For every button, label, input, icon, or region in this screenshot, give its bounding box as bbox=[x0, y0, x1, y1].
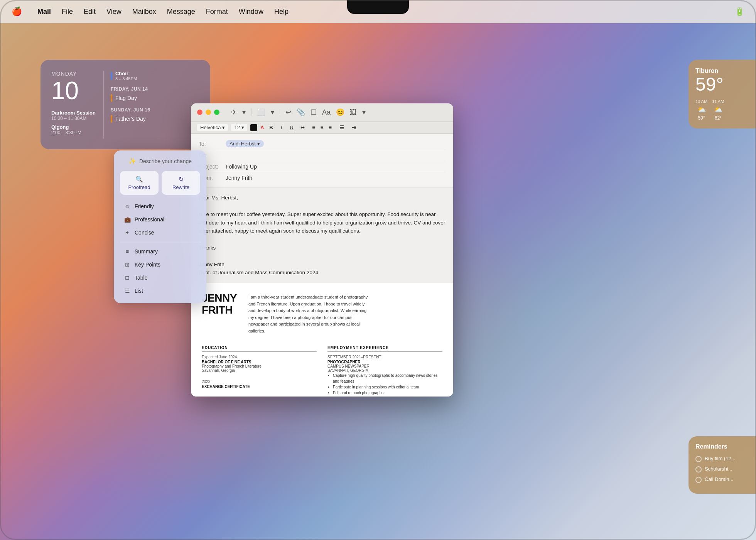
menubar-file[interactable]: File bbox=[57, 6, 78, 17]
weather-hour-2-label: 11 AM bbox=[712, 99, 724, 104]
wt-action-buttons: 🔍 Proofread ↻ Rewrite bbox=[120, 171, 200, 195]
mail-signature-title: Dept. of Journalism and Mass Communicati… bbox=[199, 268, 446, 277]
attachment-icon[interactable]: 📎 bbox=[297, 108, 305, 116]
toolbar-sep-2 bbox=[280, 108, 280, 116]
menubar-help[interactable]: Help bbox=[270, 6, 293, 17]
apple-menu-icon[interactable]: 🍎 bbox=[12, 7, 22, 17]
wt-sparkle-icon: ✨ bbox=[128, 157, 136, 165]
cal-flagday-event: Flag Day bbox=[111, 94, 199, 102]
rewrite-icon: ↻ bbox=[179, 176, 184, 183]
wt-item-list[interactable]: ☰ List bbox=[120, 285, 200, 297]
table-label: Table bbox=[135, 275, 147, 281]
align-group: ≡ ≡ ≡ bbox=[310, 124, 334, 131]
font-color-icon[interactable]: A bbox=[260, 125, 264, 130]
professional-label: Professional bbox=[135, 216, 164, 223]
to-field: To: Andi Herbst ▾ bbox=[199, 138, 446, 150]
weather-widget: Tiburon 59° 10 AM ⛅ 59° 11 AM ⛅ 62° bbox=[688, 60, 756, 128]
underline-button[interactable]: U bbox=[287, 124, 295, 131]
menubar-items: Mail File Edit View Mailbox Message Form… bbox=[33, 6, 293, 17]
subject-value[interactable]: Following Up bbox=[226, 164, 257, 170]
from-field: From: Jenny Frith bbox=[199, 172, 446, 183]
wt-header: ✨ Describe your change bbox=[120, 157, 200, 165]
undo-icon[interactable]: ↩ bbox=[285, 108, 291, 116]
indent-button[interactable]: ⇥ bbox=[349, 124, 358, 131]
wt-item-friendly[interactable]: ☺ Friendly bbox=[120, 200, 200, 213]
resume-edu-1-degree: BACHELOR OF FINE ARTS bbox=[202, 360, 317, 364]
recipient-name: Andi Herbst bbox=[230, 141, 256, 147]
font-selector[interactable]: Helvetica ▾ bbox=[197, 124, 228, 131]
friendly-label: Friendly bbox=[135, 203, 154, 209]
menubar-message[interactable]: Message bbox=[162, 6, 200, 17]
minimize-button[interactable] bbox=[206, 110, 211, 115]
weather-hour-1-icon: ⛅ bbox=[697, 105, 706, 114]
photo-icon[interactable]: ☐ bbox=[310, 108, 317, 116]
wt-item-concise[interactable]: ✦ Concise bbox=[120, 226, 200, 239]
cal-day-label: MONDAY bbox=[51, 71, 96, 77]
send-icon[interactable]: ✈ bbox=[231, 108, 237, 116]
weather-hour-1-label: 10 AM bbox=[695, 99, 707, 104]
maximize-button[interactable] bbox=[214, 110, 219, 115]
calendar-right: Choir 8 – 8:45PM FRIDAY, JUN 14 Flag Day… bbox=[103, 71, 199, 138]
menubar-app-name[interactable]: Mail bbox=[33, 6, 56, 17]
wt-item-table[interactable]: ⊟ Table bbox=[120, 272, 200, 284]
emoji-icon[interactable]: 😊 bbox=[336, 108, 344, 116]
resume-bullet-1: Capture high-quality photographs to acco… bbox=[333, 373, 442, 384]
summary-label: Summary bbox=[135, 248, 158, 255]
list-label: List bbox=[135, 288, 143, 294]
notch bbox=[347, 0, 409, 14]
recipient-chip[interactable]: Andi Herbst ▾ bbox=[226, 140, 264, 147]
font-icon[interactable]: Aa bbox=[322, 108, 331, 116]
wt-item-professional[interactable]: 💼 Professional bbox=[120, 213, 200, 226]
resume-edu-1-date: Expected June 2024 bbox=[202, 355, 317, 359]
proofread-button[interactable]: 🔍 Proofread bbox=[120, 171, 159, 195]
align-left-button[interactable]: ≡ bbox=[310, 124, 317, 131]
resume-employment-col: EMPLOYMENT EXPERIENCE SEPTEMBER 2021–PRE… bbox=[327, 346, 442, 397]
cal-event-1-title: Darkroom Session bbox=[51, 110, 96, 116]
align-right-button[interactable]: ≡ bbox=[327, 124, 334, 131]
menubar-window[interactable]: Window bbox=[234, 6, 268, 17]
wt-item-summary[interactable]: ≡ Summary bbox=[120, 245, 200, 258]
from-field-dropdown[interactable]: ▾ bbox=[271, 108, 274, 116]
weather-hour-2-temp: 62° bbox=[715, 115, 722, 121]
weather-hour-2: 11 AM ⛅ 62° bbox=[712, 99, 724, 121]
mail-body-text[interactable]: Dear Ms. Herbst, Nice to meet you for co… bbox=[191, 187, 453, 283]
italic-button[interactable]: I bbox=[278, 124, 285, 131]
cal-date: 10 bbox=[51, 78, 96, 103]
cal-section-fri: FRIDAY, JUN 14 Flag Day bbox=[111, 86, 199, 102]
font-size-chevron: ▾ bbox=[241, 125, 244, 130]
media-icon[interactable]: 🖼 bbox=[350, 108, 357, 116]
send-dropdown-icon[interactable]: ▾ bbox=[242, 108, 246, 116]
cc-field[interactable]: Cc: bbox=[199, 150, 446, 161]
cal-fathersday-label: Father's Day bbox=[115, 116, 146, 122]
cal-flagday-label: Flag Day bbox=[115, 95, 137, 101]
reminders-widget: Reminders Buy film (12... Scholarshi... … bbox=[688, 436, 756, 494]
strikethrough-button[interactable]: S bbox=[299, 124, 307, 131]
wt-header-title: Describe your change bbox=[139, 158, 192, 164]
menubar-mailbox[interactable]: Mailbox bbox=[128, 6, 161, 17]
rewrite-button[interactable]: ↻ Rewrite bbox=[162, 171, 200, 195]
mail-toolbar-icons: ✈ ▾ ⬜ ▾ ↩ 📎 ☐ Aa 😊 🖼 ▾ bbox=[231, 108, 366, 116]
cal-event-1-time: 10:30 – 11:30AM bbox=[51, 116, 96, 121]
menubar-view[interactable]: View bbox=[102, 6, 126, 17]
font-name: Helvetica bbox=[200, 125, 221, 130]
font-size-selector[interactable]: 12 ▾ bbox=[231, 124, 247, 131]
media-dropdown[interactable]: ▾ bbox=[362, 108, 366, 116]
mail-closing: Thanks bbox=[199, 244, 446, 252]
bold-button[interactable]: B bbox=[267, 124, 275, 131]
wt-item-keypoints[interactable]: ⊞ Key Points bbox=[120, 258, 200, 271]
resume-bio: I am a third-year student undergraduate … bbox=[248, 292, 372, 335]
keypoints-label: Key Points bbox=[135, 262, 160, 268]
reminders-title: Reminders bbox=[695, 443, 749, 450]
align-center-button[interactable]: ≡ bbox=[318, 124, 326, 131]
font-color-swatch[interactable] bbox=[250, 124, 257, 131]
mail-toolbar: ✈ ▾ ⬜ ▾ ↩ 📎 ☐ Aa 😊 🖼 ▾ bbox=[191, 103, 453, 122]
from-field-icon[interactable]: ⬜ bbox=[257, 108, 265, 116]
list-format-button[interactable]: ☰ bbox=[337, 124, 346, 131]
resume-cols: EDUCATION Expected June 2024 BACHELOR OF… bbox=[202, 346, 442, 397]
reminder-item-3: Call Domin... bbox=[695, 476, 749, 483]
close-button[interactable] bbox=[197, 110, 202, 115]
menubar-format[interactable]: Format bbox=[201, 6, 233, 17]
reminder-text-1: Buy film (12... bbox=[705, 456, 735, 462]
menubar-edit[interactable]: Edit bbox=[79, 6, 100, 17]
list-icon: ☰ bbox=[124, 288, 131, 294]
